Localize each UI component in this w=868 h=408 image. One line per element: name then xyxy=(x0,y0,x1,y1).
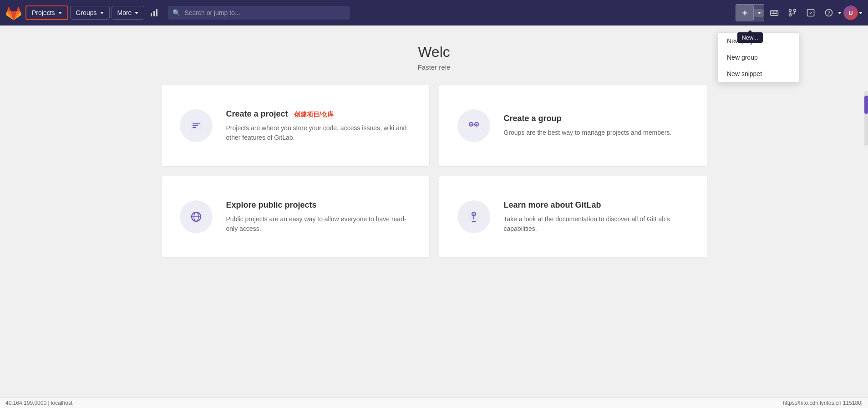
navbar-right: ＋ New... New project New group New snipp… xyxy=(736,4,863,21)
plus-icon: ＋ xyxy=(741,7,749,18)
more-nav-button[interactable]: More xyxy=(112,6,145,20)
svg-rect-3 xyxy=(771,10,778,15)
main-content: Welc Faster rele Create a project 创建项目/仓… xyxy=(0,26,868,408)
projects-chevron-icon xyxy=(58,12,62,14)
new-plus-button[interactable]: ＋ xyxy=(736,5,754,21)
explore-projects-body: Explore public projects Public projects … xyxy=(226,200,411,234)
more-label: More xyxy=(117,9,132,16)
more-chevron-icon xyxy=(135,12,138,14)
status-bar: 40.164.199.0000 | localhost https://hito… xyxy=(0,398,868,408)
status-left: 40.164.199.0000 | localhost xyxy=(5,400,72,406)
projects-nav-button[interactable]: Projects xyxy=(25,5,68,20)
svg-text:?: ? xyxy=(827,10,831,15)
svg-rect-1 xyxy=(153,11,155,16)
create-group-description: Groups are the best way to manage projec… xyxy=(504,128,672,138)
search-icon: 🔍 xyxy=(173,9,180,16)
svg-point-24 xyxy=(470,124,472,126)
learn-more-description: Take a look at the documentation to disc… xyxy=(504,214,689,234)
new-tooltip: New... xyxy=(737,32,762,43)
avatar: U xyxy=(843,5,858,20)
new-tooltip-text: New... xyxy=(741,34,758,41)
stats-icon-button[interactable] xyxy=(146,5,162,20)
svg-point-36 xyxy=(473,214,474,215)
create-project-description: Projects are where you store your code, … xyxy=(226,123,411,143)
create-project-title: Create a project 创建项目/仓库 xyxy=(226,109,411,119)
keyboard-icon-button[interactable] xyxy=(766,5,782,20)
learn-more-card[interactable]: Learn more about GitLab Take a look at t… xyxy=(439,176,707,258)
status-right: https://hito.cdn.lynfos.cn 115180| xyxy=(783,400,863,406)
projects-label: Projects xyxy=(32,9,55,16)
search-container: 🔍 xyxy=(168,6,730,20)
gitlab-logo[interactable] xyxy=(5,5,22,21)
explore-card-icon xyxy=(180,200,213,233)
learn-more-body: Learn more about GitLab Take a look at t… xyxy=(504,200,689,234)
new-dropdown-container: ＋ New... New project New group New snipp… xyxy=(736,4,764,21)
help-icon-button[interactable]: ? xyxy=(821,5,837,20)
help-chevron-icon xyxy=(838,12,842,14)
learn-more-title: Learn more about GitLab xyxy=(504,200,689,210)
explore-projects-card[interactable]: Explore public projects Public projects … xyxy=(161,176,430,258)
todo-icon-button[interactable] xyxy=(802,5,819,20)
svg-rect-17 xyxy=(193,123,200,124)
svg-point-25 xyxy=(472,124,473,126)
project-card-icon xyxy=(180,109,213,142)
create-project-card[interactable]: Create a project 创建项目/仓库 Projects are wh… xyxy=(161,85,430,167)
user-avatar-button[interactable]: U xyxy=(843,5,858,20)
explore-projects-description: Public projects are an easy way to allow… xyxy=(226,214,411,234)
create-group-title: Create a group xyxy=(504,114,672,123)
groups-chevron-icon xyxy=(100,12,104,14)
avatar-chevron-icon xyxy=(859,12,863,14)
group-card-icon xyxy=(457,109,490,142)
svg-point-9 xyxy=(789,10,792,12)
new-chevron-icon xyxy=(757,12,761,14)
svg-point-27 xyxy=(476,124,477,126)
groups-nav-button[interactable]: Groups xyxy=(70,6,110,20)
scroll-thumb[interactable] xyxy=(864,96,868,114)
svg-rect-19 xyxy=(193,127,196,128)
cards-grid: Create a project 创建项目/仓库 Projects are wh… xyxy=(161,85,707,258)
navbar: Projects Groups More 🔍 ＋ xyxy=(0,0,868,26)
svg-rect-18 xyxy=(193,125,198,126)
create-group-card[interactable]: Create a group Groups are the best way t… xyxy=(439,85,707,167)
search-input[interactable] xyxy=(168,6,350,20)
learn-card-icon xyxy=(457,200,490,233)
create-project-annotation: 创建项目/仓库 xyxy=(294,111,334,118)
merge-request-icon-button[interactable] xyxy=(784,5,801,20)
scrollbar[interactable] xyxy=(864,91,868,146)
new-group-item[interactable]: New group xyxy=(718,49,799,66)
new-snippet-item[interactable]: New snippet xyxy=(718,66,799,82)
groups-label: Groups xyxy=(76,9,97,16)
explore-projects-title: Explore public projects xyxy=(226,200,411,210)
create-project-body: Create a project 创建项目/仓库 Projects are wh… xyxy=(226,109,411,143)
svg-point-26 xyxy=(474,124,475,126)
new-dropdown-toggle[interactable] xyxy=(754,9,764,17)
svg-rect-2 xyxy=(156,9,157,16)
svg-point-10 xyxy=(794,10,796,12)
create-group-body: Create a group Groups are the best way t… xyxy=(504,114,672,138)
svg-rect-0 xyxy=(151,13,152,16)
